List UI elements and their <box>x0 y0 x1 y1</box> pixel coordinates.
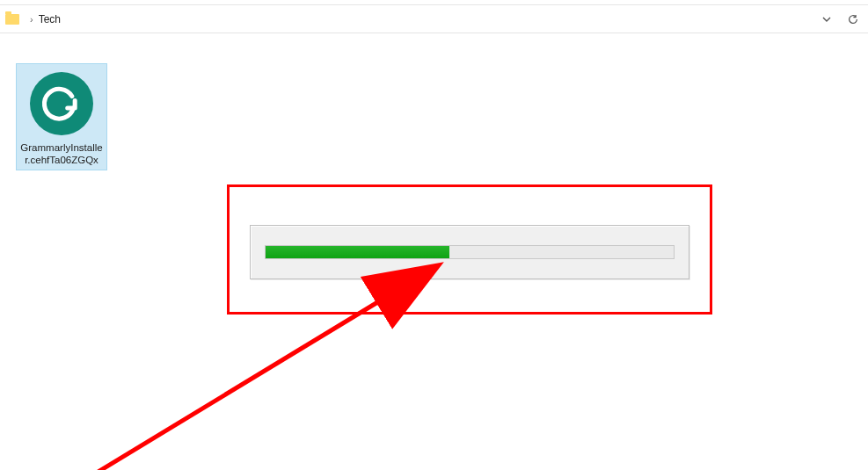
chevron-right-icon: › <box>30 14 33 25</box>
file-list-area[interactable]: GrammarlyInstaller.cehfTa06ZGQx <box>0 33 868 470</box>
file-name-label: GrammarlyInstaller.cehfTa06ZGQx <box>18 141 105 166</box>
address-bar[interactable]: › Tech <box>0 5 868 33</box>
progress-bar-fill <box>266 246 449 258</box>
folder-icon <box>5 14 19 25</box>
progress-bar <box>265 245 675 259</box>
installer-progress-dialog <box>250 225 689 279</box>
grammarly-logo-icon <box>30 72 93 135</box>
file-icon <box>27 69 96 138</box>
address-bar-controls <box>822 13 859 25</box>
refresh-icon[interactable] <box>847 13 859 25</box>
breadcrumb-current[interactable]: Tech <box>39 13 61 25</box>
svg-line-1 <box>97 269 433 470</box>
file-item[interactable]: GrammarlyInstaller.cehfTa06ZGQx <box>16 63 107 170</box>
annotation-arrow <box>88 253 457 470</box>
chevron-down-icon[interactable] <box>822 15 831 24</box>
